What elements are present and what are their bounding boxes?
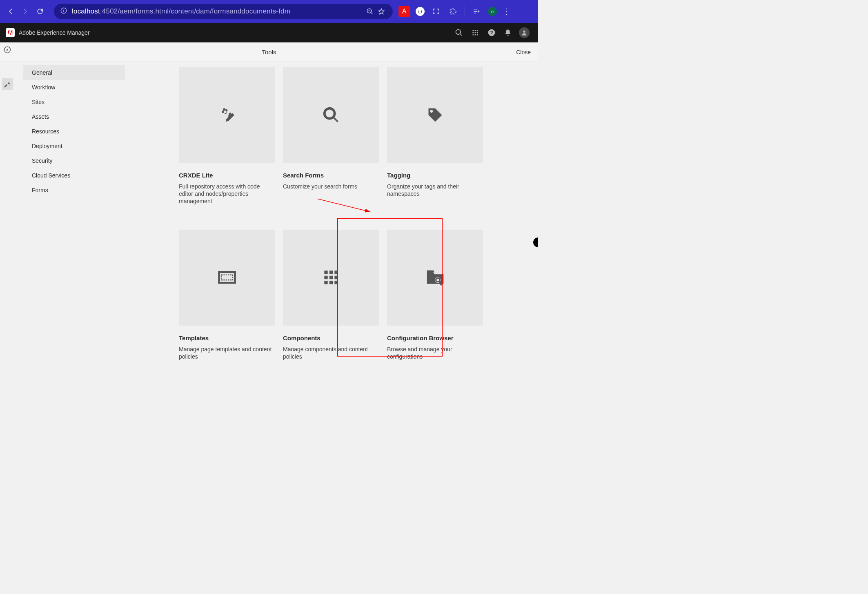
card-title: Search Forms bbox=[283, 172, 379, 179]
svg-point-16 bbox=[430, 110, 433, 113]
browser-divider bbox=[465, 7, 465, 16]
svg-rect-1 bbox=[63, 10, 64, 12]
back-button[interactable] bbox=[3, 4, 18, 19]
svg-rect-21 bbox=[329, 270, 332, 274]
header-user-avatar[interactable] bbox=[516, 24, 532, 41]
svg-point-7 bbox=[475, 32, 476, 33]
magnifier-icon bbox=[283, 67, 379, 163]
card-title: Configuration Browser bbox=[387, 335, 483, 341]
url-rest: :4502/aem/forms.html/content/dam/formsan… bbox=[100, 7, 290, 15]
tools-content: CRXDE LiteFull repository access with co… bbox=[133, 62, 538, 368]
card-description: Full repository access with code editor … bbox=[179, 183, 275, 205]
svg-point-3 bbox=[472, 30, 474, 31]
svg-rect-28 bbox=[334, 281, 338, 284]
header-notifications-icon[interactable] bbox=[500, 24, 516, 41]
svg-point-8 bbox=[477, 32, 478, 33]
profile-avatar[interactable]: o bbox=[488, 7, 497, 16]
svg-rect-22 bbox=[334, 270, 338, 274]
card-templates[interactable]: TemplatesManage page templates and conte… bbox=[179, 230, 275, 360]
browser-extensions: A ( ) o ⋮ bbox=[398, 6, 511, 17]
sidebar-item-resources[interactable]: Resources bbox=[23, 124, 125, 139]
grid-icon bbox=[283, 230, 379, 326]
tools-side-nav: GeneralWorkflowSitesAssetsResourcesDeplo… bbox=[15, 62, 133, 368]
zoom-icon[interactable] bbox=[364, 6, 376, 17]
bookmark-star-icon[interactable] bbox=[376, 6, 387, 17]
svg-rect-18 bbox=[220, 273, 234, 282]
svg-point-9 bbox=[472, 34, 474, 35]
card-description: Manage components and content policies bbox=[283, 346, 379, 360]
svg-point-10 bbox=[475, 34, 476, 35]
extension-round-glyph: ( ) bbox=[418, 9, 422, 13]
header-help-icon[interactable]: ? bbox=[483, 24, 500, 41]
sidebar-item-sites[interactable]: Sites bbox=[23, 95, 125, 109]
tools-header: Tools Close bbox=[0, 42, 538, 62]
forward-button bbox=[18, 4, 33, 19]
aem-global-header: Adobe Experience Manager ? bbox=[0, 23, 538, 42]
card-tagging[interactable]: TaggingOrganize your tags and their name… bbox=[387, 67, 483, 205]
sidebar-item-security[interactable]: Security bbox=[23, 153, 125, 168]
media-control-icon[interactable] bbox=[471, 6, 482, 17]
sidebar-item-deployment[interactable]: Deployment bbox=[23, 139, 125, 153]
svg-rect-27 bbox=[329, 281, 332, 284]
url-host: localhost bbox=[72, 7, 100, 15]
extension-fullscreen-icon[interactable] bbox=[430, 6, 442, 17]
sidebar-item-assets[interactable]: Assets bbox=[23, 109, 125, 124]
extensions-puzzle-icon[interactable] bbox=[447, 6, 459, 17]
extension-adobe-letter: A bbox=[402, 8, 407, 15]
main-area: GeneralWorkflowSitesAssetsResourcesDeplo… bbox=[0, 62, 538, 368]
card-description: Organize your tags and their namespaces bbox=[387, 183, 483, 197]
folder-search-icon bbox=[387, 230, 483, 326]
reload-button[interactable] bbox=[33, 4, 47, 19]
profile-avatar-letter: o bbox=[491, 9, 494, 14]
card-search-forms[interactable]: Search FormsCustomize your search forms bbox=[283, 67, 379, 205]
browser-menu-icon[interactable]: ⋮ bbox=[503, 7, 511, 16]
rail-navigation-icon[interactable] bbox=[2, 44, 13, 55]
rail-tools-icon[interactable] bbox=[2, 78, 13, 90]
card-title: Templates bbox=[179, 335, 275, 341]
adobe-logo-icon[interactable] bbox=[6, 28, 15, 37]
extension-adobe-icon[interactable]: A bbox=[398, 6, 410, 17]
feedback-widget[interactable] bbox=[533, 237, 538, 247]
card-description: Customize your search forms bbox=[283, 183, 379, 190]
sidebar-item-workflow[interactable]: Workflow bbox=[23, 80, 125, 95]
svg-text:?: ? bbox=[490, 30, 493, 35]
sidebar-item-general[interactable]: General bbox=[23, 65, 125, 80]
header-search-icon[interactable] bbox=[451, 24, 467, 41]
browser-toolbar: localhost:4502/aem/forms.html/content/da… bbox=[0, 0, 538, 23]
card-configuration-browser[interactable]: Configuration BrowserBrowse and manage y… bbox=[387, 230, 483, 360]
gears-edit-icon bbox=[179, 67, 275, 163]
svg-rect-24 bbox=[329, 276, 332, 279]
card-description: Manage page templates and content polici… bbox=[179, 346, 275, 360]
sidebar-item-cloud-services[interactable]: Cloud Services bbox=[23, 168, 125, 183]
sidebar-item-forms[interactable]: Forms bbox=[23, 183, 125, 197]
tools-close-button[interactable]: Close bbox=[516, 49, 531, 55]
svg-point-4 bbox=[475, 30, 476, 31]
card-title: Components bbox=[283, 335, 379, 341]
svg-point-6 bbox=[472, 32, 474, 33]
address-bar[interactable]: localhost:4502/aem/forms.html/content/da… bbox=[54, 4, 393, 19]
tag-icon bbox=[387, 67, 483, 163]
template-box-icon bbox=[179, 230, 275, 326]
svg-point-14 bbox=[523, 31, 525, 33]
svg-rect-20 bbox=[324, 270, 327, 274]
card-description: Browse and manage your configurations bbox=[387, 346, 483, 360]
header-solutions-icon[interactable] bbox=[467, 24, 483, 41]
aem-product-name: Adobe Experience Manager bbox=[19, 29, 90, 36]
svg-rect-2 bbox=[63, 9, 64, 10]
card-components[interactable]: ComponentsManage components and content … bbox=[283, 230, 379, 360]
card-crxde-lite[interactable]: CRXDE LiteFull repository access with co… bbox=[179, 67, 275, 205]
card-title: Tagging bbox=[387, 172, 483, 179]
svg-point-11 bbox=[477, 34, 478, 35]
card-grid: CRXDE LiteFull repository access with co… bbox=[179, 67, 526, 360]
card-title: CRXDE Lite bbox=[179, 172, 275, 179]
tools-title: Tools bbox=[262, 49, 276, 55]
svg-rect-26 bbox=[324, 281, 327, 284]
left-rail bbox=[0, 62, 15, 368]
extension-round-icon[interactable]: ( ) bbox=[416, 7, 425, 16]
svg-point-5 bbox=[477, 30, 478, 31]
site-info-icon[interactable] bbox=[60, 7, 68, 16]
url-text: localhost:4502/aem/forms.html/content/da… bbox=[72, 7, 290, 16]
svg-rect-23 bbox=[324, 276, 327, 279]
svg-rect-25 bbox=[334, 276, 338, 279]
